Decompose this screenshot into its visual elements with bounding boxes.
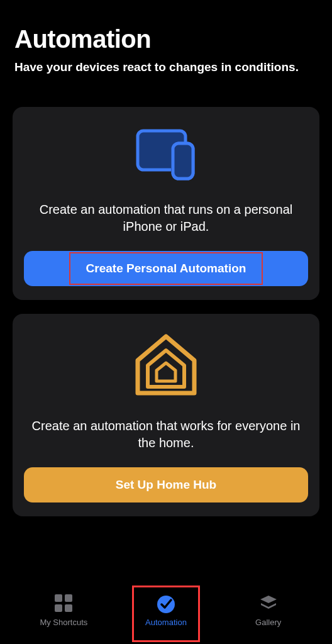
tab-label: Gallery xyxy=(255,618,281,627)
svg-rect-6 xyxy=(55,604,62,612)
personal-automation-card: Create an automation that runs on a pers… xyxy=(13,107,319,300)
automation-check-icon xyxy=(155,592,177,614)
cards-container: Create an automation that runs on a pers… xyxy=(0,88,332,516)
tab-label: Automation xyxy=(145,618,187,627)
button-label: Set Up Home Hub xyxy=(116,478,216,491)
tab-gallery[interactable]: Gallery xyxy=(237,592,300,627)
shortcuts-grid-icon xyxy=(53,592,74,614)
home-automation-description: Create an automation that works for ever… xyxy=(24,418,308,452)
gallery-stack-icon xyxy=(258,592,279,614)
tab-my-shortcuts[interactable]: My Shortcuts xyxy=(32,592,95,627)
home-automation-card: Create an automation that works for ever… xyxy=(13,314,319,516)
personal-automation-description: Create an automation that runs on a pers… xyxy=(24,201,308,235)
devices-icon xyxy=(24,126,308,182)
tab-automation[interactable]: Automation xyxy=(135,592,197,627)
header: Automation Have your devices react to ch… xyxy=(0,0,332,88)
create-personal-automation-button[interactable]: Create Personal Automation xyxy=(24,251,308,286)
page-subtitle: Have your devices react to changes in co… xyxy=(14,60,318,75)
set-up-home-hub-button[interactable]: Set Up Home Hub xyxy=(24,467,308,502)
tab-label: My Shortcuts xyxy=(40,618,87,627)
svg-rect-5 xyxy=(65,594,72,602)
page-title: Automation xyxy=(14,25,318,53)
svg-rect-4 xyxy=(55,594,62,602)
svg-rect-7 xyxy=(65,604,72,612)
tab-bar: My Shortcuts Automation Gallery xyxy=(0,581,332,644)
svg-rect-3 xyxy=(173,143,193,179)
home-icon xyxy=(24,333,308,399)
button-label: Create Personal Automation xyxy=(86,262,246,275)
